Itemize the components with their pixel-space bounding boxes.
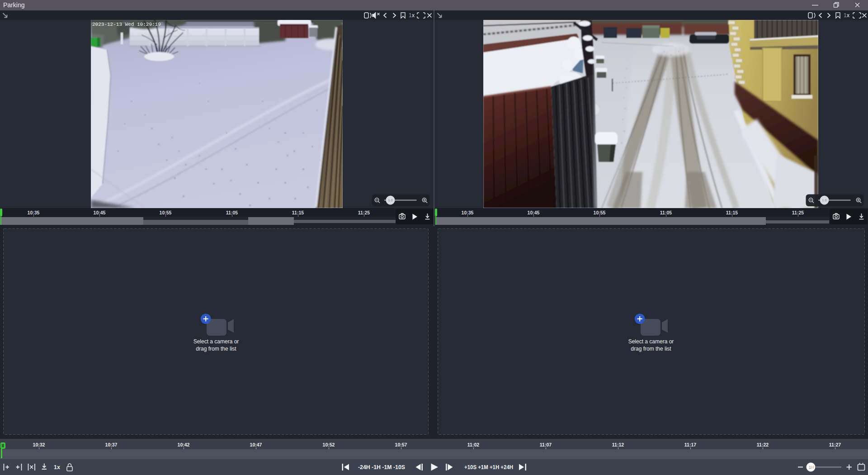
svg-text:x: x	[412, 12, 415, 19]
svg-text:1: 1	[844, 12, 847, 19]
svg-text:1.0: 1.0	[388, 198, 392, 202]
svg-text:H: H	[811, 465, 814, 470]
svg-text:+10S +1M +1H +24H: +10S +1M +1H +24H	[464, 464, 513, 470]
svg-text:2023-12-13 Wed 10:29:19: 2023-12-13 Wed 10:29:19	[92, 22, 161, 27]
svg-text:-24H -1H -1M -10S: -24H -1H -1M -10S	[358, 464, 405, 470]
svg-text:1.0: 1.0	[822, 198, 826, 202]
svg-text:1x: 1x	[54, 464, 60, 470]
svg-text:x: x	[847, 12, 849, 19]
svg-text:1: 1	[409, 12, 412, 19]
